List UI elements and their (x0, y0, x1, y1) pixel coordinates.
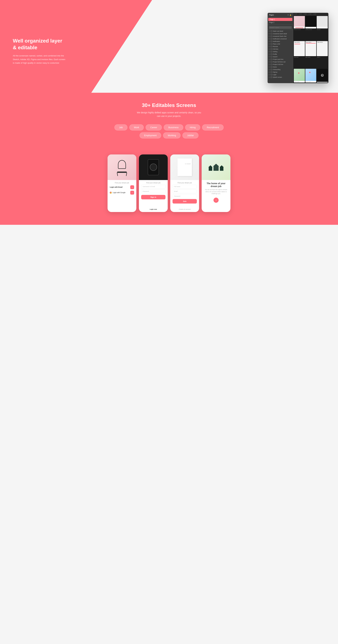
arrow-icon: ▶ (269, 54, 270, 55)
layer-notification-answered[interactable]: ▶ Notification answered (268, 38, 293, 40)
layers-search-container (268, 24, 293, 30)
arrow-icon: ▶ (269, 66, 270, 68)
layer-icon (271, 64, 272, 65)
layer-icon (271, 36, 272, 37)
house-body (213, 166, 219, 171)
join-button[interactable]: Join (173, 199, 197, 204)
canvas-phone-dark (305, 16, 316, 28)
arrow-icon: ▶ (269, 30, 270, 32)
houses-container (208, 164, 224, 171)
house-roof (208, 165, 212, 167)
arrow-icon: ▶ (269, 59, 270, 60)
layer-login[interactable]: ▶ Login (268, 74, 293, 76)
canvas-phone-map2: Apply my jobs (305, 69, 316, 82)
layer-icon (271, 66, 272, 68)
layer-project-full-cart[interactable]: ▶ Project full time cart (268, 60, 293, 63)
layer-icon (271, 74, 272, 75)
arrow-icon: ▶ (269, 43, 270, 44)
screens-heading: 30+ Editables Screens (7, 102, 331, 108)
canvas-phone-video: ▶ (317, 69, 328, 82)
arrow-icon: ▶ (269, 48, 270, 50)
layer-icon (271, 51, 272, 52)
layer-notification[interactable]: ▶ Notification (268, 40, 293, 43)
house-body (209, 167, 212, 171)
layer-profile[interactable]: ▶ Profile (268, 53, 293, 56)
phone-cards-section: Find your dream job Login with Email → G… (0, 148, 338, 225)
layer-project-full[interactable]: ▶ Project Full time (268, 63, 293, 66)
arrow-icon: ▶ (269, 51, 270, 52)
layer-icon (271, 76, 272, 78)
create-account-link[interactable]: Create an account (173, 208, 197, 210)
login-now-link[interactable]: Login now (141, 208, 165, 210)
houses-background (202, 154, 230, 180)
page-1-item[interactable]: Page 1 (268, 18, 292, 21)
layer-icon (271, 33, 272, 34)
password-field[interactable]: Password (141, 190, 165, 193)
lock-icon: 🔒 (289, 14, 291, 16)
canvas-label-bid: Place bid remote (294, 29, 305, 41)
layers-list: ▶ Slash cart detail ▶ Answered slash det… (268, 30, 293, 78)
layer-slash-cart[interactable]: ▶ Slash cart detail (268, 30, 293, 32)
canvas-phone-body (294, 56, 305, 56)
fullname-field[interactable]: Full name (173, 185, 197, 188)
layer-search[interactable]: ▶ Search (268, 56, 293, 58)
layer-project-part[interactable]: ▶ Project part time (268, 58, 293, 60)
email-field[interactable]: Email (173, 190, 197, 193)
canvas-label-success: Success! (317, 29, 328, 41)
house-body (220, 167, 223, 171)
layer-full-time[interactable]: ▶ Full time (268, 48, 293, 50)
phone-card-1-image (108, 154, 136, 180)
screens-section: 30+ Editables Screens We design highly d… (0, 93, 338, 148)
figma-sidebar: Pages + 🔒 Page 1 Page 2 (268, 13, 293, 83)
tag-recruitment[interactable]: Recruitment (202, 124, 223, 130)
layer-splash[interactable]: ▶ Splash screen (268, 76, 293, 78)
search-layers-input[interactable] (269, 26, 292, 29)
arrow-icon: ▶ (269, 46, 270, 47)
reg-password-field[interactable]: Password (173, 194, 197, 198)
canvas-phone-body (317, 82, 328, 82)
tag-hiring[interactable]: Hiring (185, 124, 200, 130)
canvas-phone-img (305, 16, 316, 27)
layer-home[interactable]: ▶ Home (268, 66, 293, 68)
canvas-phone-body (317, 27, 328, 28)
layer-place-bid[interactable]: ▶ Place a bid (268, 43, 293, 45)
phone-card-1-body: Find your dream job Login with Email → G… (108, 180, 136, 212)
layer-icon (271, 46, 272, 47)
canvas-phone-img: Place a bid on (305, 41, 316, 56)
tag-working[interactable]: Working (163, 132, 181, 138)
pages-label: Pages (269, 14, 274, 16)
login-email-label: Login with Email (110, 186, 122, 188)
arrow-icon: ▶ (269, 38, 270, 40)
layer-remote[interactable]: ▶ Remote (268, 45, 293, 48)
tag-jobfair[interactable]: Jobfair (182, 132, 198, 138)
login-google-arrow[interactable]: → (130, 191, 134, 194)
google-icon: G (110, 192, 112, 194)
tag-employment[interactable]: Employment (140, 132, 161, 138)
layer-onboarding[interactable]: ▶ Onboarding (268, 68, 293, 71)
card-4-arrow-button[interactable]: → (213, 198, 219, 203)
login-google-row: G Login with Google → (110, 191, 134, 194)
layer-setting[interactable]: ▶ Setting (268, 50, 293, 53)
canvas-label-loading: Loading success (305, 29, 316, 41)
canvas-phone-bid: Place a bid on (294, 41, 305, 56)
canvas-phone-loading: Place a bid on (305, 41, 316, 56)
username-field[interactable]: Username or Email (141, 185, 165, 188)
login-email-arrow[interactable]: → (130, 185, 134, 189)
house-roof (220, 165, 224, 167)
tag-bussiness[interactable]: Bussiness (164, 124, 183, 130)
page-2-item[interactable]: Page 2 (268, 21, 293, 24)
canvas-phone-body: Apply my jobs (294, 81, 305, 82)
tag-job[interactable]: Job (114, 124, 127, 130)
login-google-btn[interactable]: G Login with Google (110, 192, 126, 194)
layer-icon (271, 43, 272, 44)
tag-career[interactable]: Career (146, 124, 162, 130)
screens-description: We design highly delited apps screen and… (135, 111, 203, 118)
tag-work[interactable]: Work (129, 124, 144, 130)
canvas-phone-grid: Place bid remote Loading success Success… (293, 15, 328, 83)
login-google-label: Login with Google (113, 192, 126, 194)
layer-answered-chat[interactable]: ▶ Answered Slash chat (268, 35, 293, 38)
plus-icon[interactable]: + (288, 14, 288, 16)
signin-button[interactable]: Sign in (141, 195, 165, 199)
layer-signup[interactable]: ▶ Signup (268, 71, 293, 74)
layer-answered-slash[interactable]: ▶ Answered slash detail (268, 32, 293, 35)
